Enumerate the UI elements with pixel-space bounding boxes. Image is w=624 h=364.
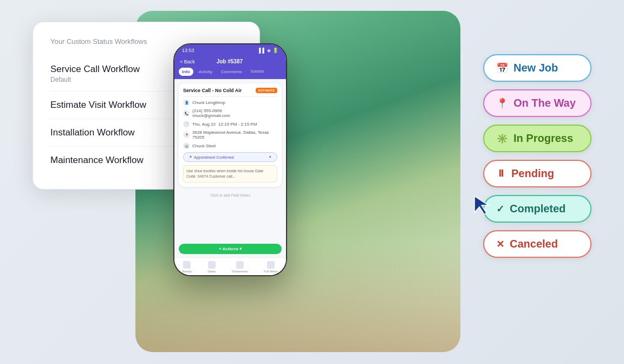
- in-progress-icon: ✳️: [496, 133, 508, 145]
- pending-icon: ⏸: [496, 168, 506, 179]
- phone-screen: 13:53 ▌▌ ◈ 🔋 < Back Job #5387 Info Activ…: [174, 44, 286, 275]
- status-badge-completed[interactable]: ✓ Completed: [483, 195, 592, 223]
- new-job-icon: 📅: [496, 62, 508, 74]
- phone-tab-info[interactable]: Info: [179, 68, 193, 76]
- phone-content: Service Call - No Cold Air ESTIMATE 👤 Ch…: [174, 79, 286, 242]
- workflow-item-badge: Default: [50, 76, 140, 83]
- job-phone: (214) 555-0909: [192, 108, 230, 113]
- workflow-item-name-4: Maintenance Workflow: [50, 155, 144, 166]
- workflow-item-name-3: Installation Workflow: [50, 127, 135, 138]
- job-address: 3628 Maplewood Avenue, Dallas, Texas 752…: [192, 130, 277, 140]
- status-badge-on-the-way[interactable]: 📍 On The Way: [483, 89, 592, 117]
- job-company-row: 🏢 Chuck Steel: [183, 142, 277, 149]
- phone-bottom-nav: Ready Sales Timesheets Full Menu: [174, 257, 286, 275]
- phone-signal-icons: ▌▌ ◈ 🔋: [259, 48, 278, 53]
- timesheets-icon: [236, 261, 244, 269]
- on-the-way-label: On The Way: [514, 97, 576, 109]
- job-phone-row: 📞 (214) 555-0909 chuck@gnmail.com: [183, 108, 277, 118]
- canceled-label: Canceled: [510, 238, 558, 250]
- phone-back-button[interactable]: < Back: [180, 59, 195, 64]
- job-company: Chuck Steel: [192, 144, 216, 148]
- job-address-row: 📍 3628 Maplewood Avenue, Dallas, Texas 7…: [183, 130, 277, 140]
- job-email: chuck@gnmail.com: [192, 113, 230, 118]
- completed-icon: ✓: [496, 203, 504, 215]
- status-badge-in-progress[interactable]: ✳️ In Progress: [483, 125, 592, 152]
- add-notes-prompt[interactable]: Click to add Field Notes: [179, 190, 282, 200]
- new-job-label: New Job: [514, 62, 558, 74]
- workflow-item-left-4: Maintenance Workflow: [50, 155, 144, 166]
- pending-label: Pending: [511, 167, 554, 180]
- person-icon: 👤: [183, 99, 190, 106]
- workflow-item-left-3: Installation Workflow: [50, 127, 135, 138]
- job-date-row: 🕐 Thu. Aug 22 12:15 PM - 2:15 PM: [183, 121, 277, 127]
- phone-tab-subsids[interactable]: Subsids: [248, 68, 268, 76]
- job-time: 12:15 PM - 2:15 PM: [218, 122, 257, 127]
- ready-icon: [183, 261, 191, 269]
- clock-icon: 🕐: [183, 121, 190, 127]
- in-progress-label: In Progress: [514, 132, 573, 145]
- phone-time: 13:53: [182, 48, 194, 53]
- job-title-row: Service Call - No Cold Air ESTIMATE: [183, 88, 277, 93]
- estimate-badge: ESTIMATE: [256, 88, 277, 93]
- completed-label: Completed: [510, 203, 566, 215]
- workflow-item-left: Service Call Workflow Default: [50, 64, 140, 83]
- company-icon: 🏢: [183, 142, 190, 149]
- phone-status-bar: 13:53 ▌▌ ◈ 🔋: [174, 44, 286, 55]
- phone-nav-title: Job #5387: [217, 58, 243, 64]
- status-badge-pending[interactable]: ⏸ Pending: [483, 160, 592, 187]
- sales-icon: [208, 261, 216, 269]
- divider-1: [183, 96, 277, 97]
- full-menu-icon: [267, 261, 275, 269]
- full-menu-label: Full Menu: [264, 270, 278, 273]
- job-customer-row: 👤 Chuck Lengthrop: [183, 99, 277, 106]
- location-icon: 📍: [183, 132, 190, 138]
- status-badge-new-job[interactable]: 📅 New Job: [483, 54, 592, 82]
- phone-tab-activity[interactable]: Activity: [196, 68, 216, 76]
- timesheets-label: Timesheets: [231, 270, 248, 273]
- appointment-button[interactable]: ✦ Appointment Confirmed ▾: [183, 152, 277, 162]
- job-card: Service Call - No Cold Air ESTIMATE 👤 Ch…: [179, 83, 282, 187]
- appt-icon: ✦: [189, 155, 192, 159]
- bottom-nav-timesheets[interactable]: Timesheets: [231, 261, 248, 273]
- canceled-icon: ✕: [496, 238, 504, 250]
- appt-label: Appointment Confirmed: [194, 155, 234, 159]
- phone-mockup: 13:53 ▌▌ ◈ 🔋 < Back Job #5387 Info Activ…: [173, 43, 287, 276]
- status-badge-canceled[interactable]: ✕ Canceled: [483, 230, 592, 258]
- note-area: Use shoe booties when inside his house G…: [183, 165, 277, 183]
- job-title: Service Call - No Cold Air: [183, 88, 242, 93]
- status-badges-container: 📅 New Job 📍 On The Way ✳️ In Progress ⏸ …: [483, 54, 592, 258]
- ready-label: Ready: [183, 270, 192, 273]
- actions-button[interactable]: + Actions ▾: [179, 244, 282, 254]
- bottom-nav-ready[interactable]: Ready: [183, 261, 192, 273]
- bottom-nav-full-menu[interactable]: Full Menu: [264, 261, 278, 273]
- workflow-item-left-2: Estimate Visit Workflow: [50, 100, 146, 110]
- job-customer: Chuck Lengthrop: [192, 100, 225, 105]
- phone-nav: < Back Job #5387: [174, 55, 286, 68]
- note-text: Use shoe booties when inside his house G…: [186, 168, 274, 179]
- bottom-nav-sales[interactable]: Sales: [207, 261, 216, 273]
- phone-icon: 📞: [183, 110, 190, 116]
- phone-tabs: Info Activity Comments Subsids: [174, 68, 286, 79]
- actions-row: + Actions ▾: [174, 244, 286, 257]
- appt-chevron: ▾: [269, 155, 271, 159]
- job-date: Thu. Aug 22: [192, 122, 216, 127]
- phone-tab-comments[interactable]: Comments: [218, 68, 245, 76]
- job-contact: (214) 555-0909 chuck@gnmail.com: [192, 108, 230, 118]
- sales-label: Sales: [207, 270, 216, 273]
- on-the-way-icon: 📍: [496, 98, 508, 109]
- workflow-item-name: Service Call Workflow: [50, 64, 140, 75]
- workflow-item-name-2: Estimate Visit Workflow: [50, 100, 146, 110]
